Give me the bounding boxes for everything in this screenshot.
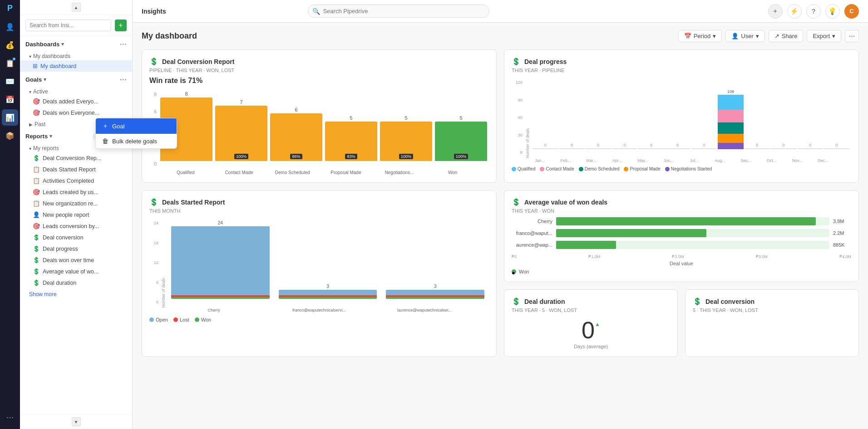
goals-chevron: ▾ <box>44 77 46 83</box>
progress-x-labels: Jan...Feb...Mar...Apr...May...Jun...Jul.… <box>512 158 851 163</box>
report-item-3[interactable]: 🎯Leads created by us... <box>20 186 132 198</box>
sidebar-add-btn[interactable]: + <box>115 20 127 31</box>
report-item-1[interactable]: 📋Deals Started Report <box>20 164 132 175</box>
won-legend-label: Won <box>519 269 529 274</box>
deals-started-subtitle: THIS MONTH <box>149 208 489 214</box>
report-item-0[interactable]: 💲Deal Conversion Rep... <box>20 152 132 164</box>
win-rate-text: Win rate is 71% <box>149 77 489 85</box>
user-chevron: ▾ <box>756 33 759 39</box>
reports-toggle[interactable]: Reports ▾ <box>25 133 52 140</box>
legend-lost: Lost <box>173 317 189 322</box>
show-more-btn[interactable]: Show more <box>20 288 132 300</box>
x-label-2: ₱2.0M <box>672 254 684 259</box>
main-area: Insights 🔍 ＋ ⚡ ? 💡 C My dashboard 📅 Peri… <box>133 0 868 429</box>
user-btn[interactable]: 👤 User ▾ <box>725 30 764 42</box>
deal-duration-subtitle: THIS YEAR · 5 · WON, LOST <box>512 307 670 313</box>
report-item-6[interactable]: 🎯Leads conversion by... <box>20 220 132 232</box>
scroll-up-btn[interactable]: ▲ <box>72 3 81 12</box>
conversion-x-labels: QualifiedContact MadeDemo ScheduledPropo… <box>149 170 489 175</box>
report-item-5[interactable]: 👤New people report <box>20 209 132 220</box>
report-icon-10: 💲 <box>33 268 40 275</box>
progress-bar-8: 0 <box>745 143 770 149</box>
nav-calendar[interactable]: 📅 <box>2 91 18 107</box>
report-item-4[interactable]: 📋New organization re... <box>20 198 132 209</box>
conversion-chart-area: 86420 8 7 100% 6 86% 5 83% 5 100% 5 <box>149 88 489 170</box>
goals-more-btn[interactable]: ⋯ <box>119 75 127 84</box>
app-title: Insights <box>142 8 166 15</box>
goal-deals-won[interactable]: 🎯 Deals won Everyone... <box>20 107 132 118</box>
report-item-8[interactable]: 💲Deal progress <box>20 243 132 254</box>
export-btn[interactable]: Export ▾ <box>807 30 841 42</box>
report-icon-1: 📋 <box>33 166 40 173</box>
scroll-down-btn[interactable]: ▼ <box>72 417 81 426</box>
right-column: 💲 Average value of won deals THIS YEAR ·… <box>504 190 859 357</box>
nav-contacts[interactable]: 👤 <box>2 19 18 35</box>
report-icon-0: 💲 <box>33 155 40 161</box>
started-y-axis: 24181260 <box>149 217 160 308</box>
deal-duration-icon: 💲 <box>512 297 521 306</box>
conv-bar-3: 5 83% <box>325 115 377 161</box>
started-y-title: Number of deals <box>161 217 166 308</box>
progress-chart-area: 1209060300 Number of deals 0000000108000… <box>512 77 851 158</box>
add-btn[interactable]: ＋ <box>768 4 783 19</box>
nav-insights[interactable]: 📊 <box>2 109 18 126</box>
global-search-input[interactable] <box>308 5 489 18</box>
delete-menu-icon: 🗑 <box>102 137 108 145</box>
started-bar-2: 3 <box>386 284 484 299</box>
context-menu: ＋ Goal 🗑 Bulk delete goals <box>95 118 177 149</box>
goal-icon-2: 🎯 <box>33 109 40 116</box>
report-item-11[interactable]: 💲Deal duration <box>20 277 132 288</box>
progress-bar-1: 0 <box>559 143 584 149</box>
share-btn[interactable]: ↗ Share <box>769 30 804 42</box>
user-avatar[interactable]: C <box>844 4 859 19</box>
progress-bar-0: 0 <box>533 143 558 149</box>
duration-value: 0 <box>582 317 595 344</box>
deal-conversion-title: Deal Conversion Report <box>162 58 234 65</box>
dashboards-more-btn[interactable]: ⋯ <box>119 40 127 49</box>
context-menu-goal[interactable]: ＋ Goal <box>96 118 177 134</box>
goals-toggle[interactable]: Goals ▾ <box>25 76 46 83</box>
progress-bar-4: 0 <box>638 143 664 149</box>
avg-bar-row-0: Cherry 3.8M <box>512 217 851 225</box>
my-dashboards-header[interactable]: ▾ My dashboards <box>20 50 132 60</box>
won-legend-dot: ● <box>512 269 516 274</box>
nav-products[interactable]: 📦 <box>2 127 18 144</box>
avg-value-title: Average value of won deals <box>524 199 607 206</box>
context-menu-bulk-delete[interactable]: 🗑 Bulk delete goals <box>96 134 177 148</box>
report-item-9[interactable]: 💲Deals won over time <box>20 254 132 266</box>
report-item-10[interactable]: 💲Average value of wo... <box>20 266 132 277</box>
period-btn[interactable]: 📅 Period ▾ <box>678 30 722 42</box>
more-options-btn[interactable]: ⋯ <box>845 30 859 42</box>
dashboard-icon: ⊞ <box>33 63 38 69</box>
deal-conversion-card: 💲 Deal Conversion Report PIPELINE · THIS… <box>142 49 497 183</box>
cards-grid: 💲 Deal Conversion Report PIPELINE · THIS… <box>142 49 859 357</box>
goal-deals-added[interactable]: 🎯 Deals added Everyo... <box>20 96 132 107</box>
deal-conversion-icon: 💲 <box>149 57 158 66</box>
sidebar-search-area: + <box>20 15 132 36</box>
export-chevron: ▾ <box>832 33 835 39</box>
active-goals-header[interactable]: ▾ Active <box>20 86 132 96</box>
deal-progress-card: 💲 Deal progress THIS YEAR · PIPELINE 120… <box>504 49 859 183</box>
report-item-7[interactable]: 💲Deal conversion <box>20 232 132 243</box>
started-x-labels: Cherryfranco@waputechnicalservi...lauren… <box>149 308 489 312</box>
nav-more[interactable]: ⋯ <box>2 409 18 425</box>
my-dashboard-item[interactable]: ⊞ My dashboard <box>20 60 132 72</box>
deals-started-card: 💲 Deals Started Report THIS MONTH 241812… <box>142 190 497 357</box>
report-item-2[interactable]: 📋Activities Completed <box>20 175 132 186</box>
active-chevron: ▾ <box>29 89 31 94</box>
notifications-icon[interactable]: 💡 <box>825 4 840 19</box>
deal-duration-card: 💲 Deal duration THIS YEAR · 5 · WON, LOS… <box>504 289 678 357</box>
help-icon[interactable]: ? <box>806 4 821 19</box>
deal-value-label: Deal value <box>512 261 851 266</box>
dashboards-toggle[interactable]: Dashboards ▾ <box>25 41 64 48</box>
nav-deals[interactable]: 💰 <box>2 37 18 53</box>
nav-email[interactable]: ✉️ <box>2 73 18 89</box>
nav-activities[interactable]: 📋 <box>2 55 18 71</box>
open-dot <box>149 317 154 322</box>
extensions-icon[interactable]: ⚡ <box>787 4 802 19</box>
started-legend: Open Lost Won <box>149 317 489 322</box>
my-dashboards-chevron: ▾ <box>29 54 31 59</box>
app-logo: P <box>7 4 13 13</box>
reports-chevron: ▾ <box>49 133 52 139</box>
sidebar-search-input[interactable] <box>25 20 111 31</box>
